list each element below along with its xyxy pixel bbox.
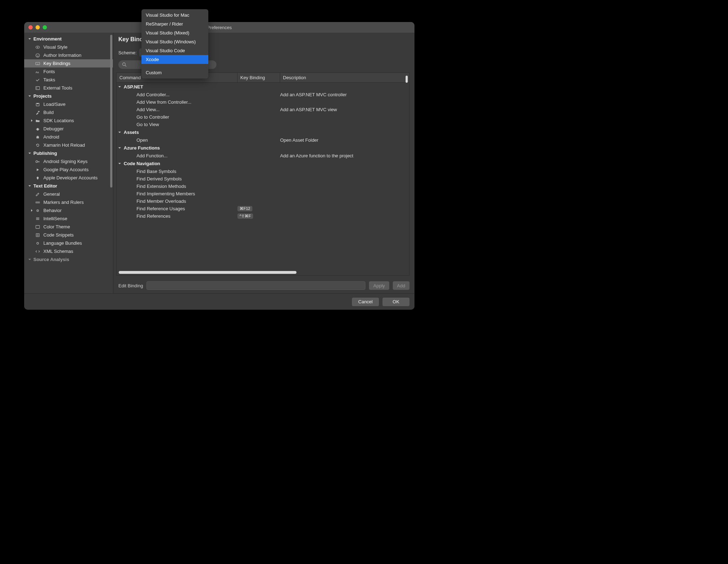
dropdown-item[interactable]: Visual Studio (Mixed) <box>141 28 208 37</box>
table-row[interactable]: Go to View <box>117 121 409 128</box>
sidebar-item-label: Xamarin Hot Reload <box>43 142 85 148</box>
table-row[interactable]: Add Controller...Add an ASP.NET MVC cont… <box>117 91 409 98</box>
sidebar-item[interactable]: Code Snippets <box>24 231 113 239</box>
col-keybinding[interactable]: Key Binding <box>237 73 280 82</box>
cell-keybinding <box>237 153 280 158</box>
table-hscroll-thumb[interactable] <box>119 271 296 274</box>
sidebar-item-label: Tasks <box>43 77 55 82</box>
sidebar-item[interactable]: Google Play Accounts <box>24 166 113 174</box>
sidebar-item[interactable]: General <box>24 190 113 198</box>
sidebar-item[interactable]: XML Schemas <box>24 247 113 255</box>
zoom-window-button[interactable] <box>43 25 47 29</box>
svg-point-12 <box>37 128 39 130</box>
sidebar-item-label: Markers and Rulers <box>43 200 84 205</box>
table-row[interactable]: Find Reference Usages⌘F12 <box>117 205 409 212</box>
dropdown-item[interactable]: Visual Studio (Windows) <box>141 37 208 46</box>
sidebar-item[interactable]: Behavior <box>24 206 113 215</box>
sidebar-scrollbar[interactable] <box>110 35 112 188</box>
dropdown-item[interactable]: Visual Studio for Mac <box>141 11 208 20</box>
table-row[interactable]: Find Extension Methods <box>117 183 409 190</box>
dropdown-item[interactable]: Custom <box>141 68 208 77</box>
dropdown-item[interactable]: Xcode <box>141 55 208 64</box>
scheme-dropdown[interactable]: Visual Studio for MacReSharper / RiderVi… <box>141 9 208 78</box>
svg-rect-10 <box>37 103 38 104</box>
sidebar-item-label: Load/Save <box>43 102 65 107</box>
cell-description: Add an ASP.NET MVC view <box>280 107 409 112</box>
table-row[interactable]: Add Function...Add an Azure function to … <box>117 152 409 159</box>
fonts-icon: Aa <box>35 69 41 74</box>
table-row[interactable]: Find Implementing Members <box>117 190 409 197</box>
sidebar-item[interactable]: AaFonts <box>24 67 113 76</box>
table-row[interactable]: Find Member Overloads <box>117 197 409 205</box>
table-row[interactable]: Add View...Add an ASP.NET MVC view <box>117 106 409 113</box>
disclosure-triangle-icon <box>28 37 31 41</box>
sidebar[interactable]: EnvironmentVisual StyleAuthor Informatio… <box>24 33 113 293</box>
cell-command: Find Member Overloads <box>117 199 237 204</box>
sidebar-item[interactable]: Author Information <box>24 51 113 59</box>
table-hscroll-track[interactable] <box>119 271 406 274</box>
table-row[interactable]: Find References^⇧⌘F <box>117 212 409 220</box>
table-row[interactable]: Find Derived Symbols <box>117 175 409 183</box>
titlebar[interactable]: Preferences <box>24 22 414 33</box>
sidebar-category[interactable]: Environment <box>24 35 113 43</box>
sidebar-category[interactable]: Publishing <box>24 149 113 157</box>
table-row[interactable]: Go to Controller <box>117 113 409 121</box>
add-button[interactable]: Add <box>393 281 410 290</box>
preferences-window: Preferences EnvironmentVisual StyleAutho… <box>24 22 414 310</box>
sidebar-item[interactable]: Xamarin Hot Reload <box>24 141 113 149</box>
table-row[interactable]: Find Base Symbols <box>117 168 409 175</box>
folder-icon <box>35 118 41 123</box>
sidebar-item[interactable]: Build <box>24 108 113 116</box>
cell-keybinding <box>237 169 280 174</box>
edit-binding-input[interactable] <box>146 281 365 290</box>
apply-button[interactable]: Apply <box>369 281 389 290</box>
sidebar-item[interactable]: Key Bindings <box>24 59 113 67</box>
sidebar-category-label: Source Analysis <box>33 257 69 262</box>
sidebar-item-label: Color Theme <box>43 224 70 229</box>
table-group[interactable]: Assets <box>117 128 409 136</box>
sidebar-category[interactable]: Text Editor <box>24 182 113 190</box>
sidebar-item[interactable]: Visual Style <box>24 43 113 51</box>
ok-button[interactable]: OK <box>382 298 410 306</box>
table-group[interactable]: ASP.NET <box>117 83 409 91</box>
terminal-icon <box>35 86 41 91</box>
sidebar-category[interactable]: Projects <box>24 92 113 100</box>
cancel-button[interactable]: Cancel <box>352 298 379 306</box>
dropdown-item[interactable]: ReSharper / Rider <box>141 20 208 28</box>
close-window-button[interactable] <box>28 25 33 29</box>
col-description[interactable]: Description <box>280 73 409 82</box>
cell-keybinding <box>237 137 280 143</box>
table-vscroll[interactable] <box>406 76 408 83</box>
sidebar-item[interactable]: External Tools <box>24 84 113 92</box>
sidebar-item[interactable]: Tasks <box>24 76 113 84</box>
sidebar-item[interactable]: SDK Locations <box>24 116 113 125</box>
sidebar-category[interactable]: Source Analysis <box>24 255 113 264</box>
table-body[interactable]: ASP.NETAdd Controller...Add an ASP.NET M… <box>117 83 409 275</box>
cell-keybinding: ⌘F12 <box>237 206 280 211</box>
svg-point-2 <box>36 53 40 57</box>
sidebar-item[interactable]: Debugger <box>24 125 113 133</box>
table-group[interactable]: Azure Functions <box>117 144 409 152</box>
sidebar-item[interactable]: Android <box>24 133 113 141</box>
sidebar-item[interactable]: Android Signing Keys <box>24 157 113 166</box>
minimize-window-button[interactable] <box>36 25 40 29</box>
sidebar-item[interactable]: Markers and Rulers <box>24 198 113 206</box>
apple-icon <box>35 175 41 180</box>
disclosure-triangle-icon <box>28 184 31 188</box>
table-row[interactable]: OpenOpen Asset Folder <box>117 136 409 144</box>
table-row[interactable]: Add View from Controller... <box>117 98 409 106</box>
cell-command: Find Implementing Members <box>117 191 237 196</box>
cell-keybinding <box>237 122 280 127</box>
cell-command: Add Controller... <box>117 92 237 97</box>
edit-icon <box>35 192 41 197</box>
cell-command: Find Reference Usages <box>117 206 237 211</box>
sidebar-item[interactable]: Load/Save <box>24 100 113 108</box>
edit-binding-label: Edit Binding <box>118 283 143 288</box>
table-group[interactable]: Code Navigation <box>117 159 409 168</box>
sidebar-item[interactable]: Language Bundles <box>24 239 113 247</box>
sidebar-item[interactable]: IntelliSense <box>24 215 113 223</box>
sidebar-item[interactable]: Color Theme <box>24 223 113 231</box>
cell-command: Find Derived Symbols <box>117 176 237 181</box>
dropdown-item[interactable]: Visual Studio Code <box>141 46 208 55</box>
sidebar-item[interactable]: Apple Developer Accounts <box>24 174 113 182</box>
